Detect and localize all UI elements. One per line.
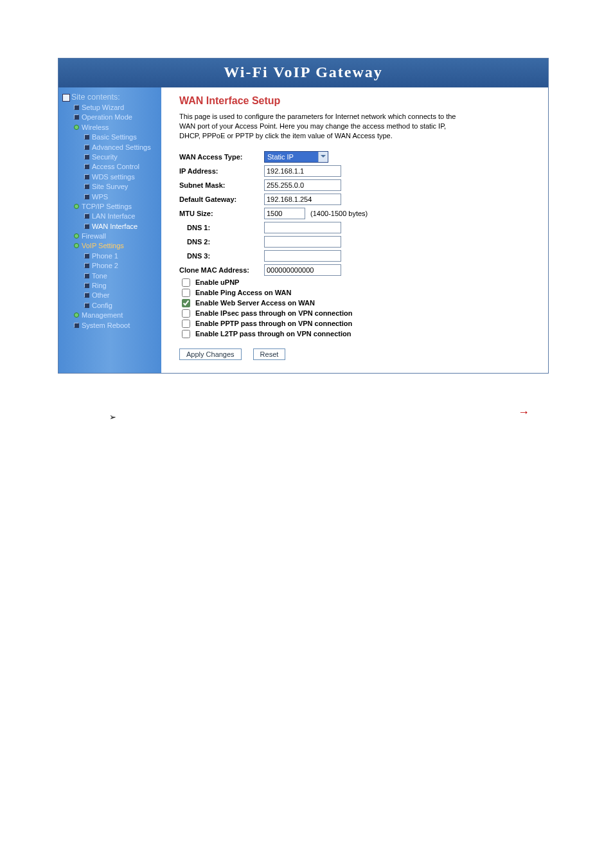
sidebar-item[interactable]: WPS [92,193,108,201]
checkbox-label: Enable IPsec pass through on VPN connect… [195,309,353,317]
dns3-label: DNS 3: [179,252,264,260]
checkbox-label: Enable Web Server Access on WAN [195,299,315,307]
page-icon [84,154,89,159]
sidebar-item[interactable]: LAN Interface [92,212,135,220]
app-frame: Wi-Fi VoIP Gateway Site contents: Setup … [58,58,549,374]
page-icon [84,263,89,268]
dns3-input[interactable] [264,250,341,262]
ip-label: IP Address: [179,167,264,175]
folder-icon [74,312,79,318]
page-icon [84,283,89,288]
page-icon [84,134,89,140]
access-type-select[interactable]: Static IP [264,151,328,163]
page-icon [84,273,89,278]
sidebar: Site contents: Setup WizardOperation Mod… [58,87,161,373]
bullet-arrow-icon: ➢ [109,412,116,422]
sidebar-item[interactable]: Firewall [82,232,106,240]
app-header: Wi-Fi VoIP Gateway [58,59,548,87]
sidebar-item[interactable]: VoIP Settings [82,242,124,249]
reset-button[interactable]: Reset [253,348,286,360]
page-icon [84,293,89,298]
page-icon [84,303,89,308]
checkbox-label: Enable uPNP [195,278,239,286]
page-icon [84,145,89,150]
mtu-label: MTU Size: [179,210,264,217]
page-icon [84,174,89,179]
sidebar-item[interactable]: Wireless [82,123,109,131]
page-icon [84,253,89,258]
sidebar-item[interactable]: System Reboot [82,321,130,329]
sidebar-item[interactable]: Security [92,153,118,161]
sidebar-item[interactable]: TCP/IP Settings [82,203,132,210]
content: WAN Interface Setup This page is used to… [161,87,548,373]
dns2-label: DNS 2: [179,238,264,246]
checkbox-label: Enable PPTP pass through on VPN connecti… [195,320,352,327]
checkbox-label: Enable L2TP pass through on VPN connecti… [195,330,351,338]
page-icon [84,213,89,219]
page-icon [84,194,89,199]
sidebar-item[interactable]: Setup Wizard [82,104,124,111]
folder-icon [74,125,79,130]
page-icon [84,224,89,229]
dns2-input[interactable] [264,236,341,248]
folder-icon [74,243,79,248]
sidebar-item[interactable]: Phone 2 [92,262,118,269]
page-icon [74,323,79,328]
checkbox[interactable] [182,320,190,328]
mask-label: Subnet Mask: [179,181,264,189]
sidebar-item[interactable]: Management [82,311,123,319]
checkbox[interactable] [182,299,190,307]
sidebar-item[interactable]: Tone [92,272,107,280]
access-type-label: WAN Access Type: [179,153,264,161]
gw-label: Default Gateway: [179,195,264,203]
sidebar-item[interactable]: Operation Mode [82,113,132,121]
sidebar-item[interactable]: WDS settings [92,173,135,181]
sidebar-title: Site contents: [62,93,161,102]
ip-input[interactable] [264,165,341,177]
checkbox[interactable] [182,289,190,297]
checkbox[interactable] [182,278,190,287]
checkbox[interactable] [182,330,190,338]
page-icon [74,105,79,110]
dns1-label: DNS 1: [179,224,264,231]
sidebar-tree: Setup WizardOperation ModeWirelessBasic … [62,103,161,330]
page-icon [84,164,89,169]
folder-icon [74,204,79,209]
sidebar-item[interactable]: Config [92,302,112,309]
checkbox[interactable] [182,309,190,318]
page-icon [74,114,79,120]
sidebar-item[interactable]: Basic Settings [92,133,137,141]
checkbox-label: Enable Ping Access on WAN [195,289,291,296]
sidebar-item[interactable]: Access Control [92,163,139,170]
clonemac-input[interactable] [264,264,341,276]
dns1-input[interactable] [264,222,341,233]
sidebar-item[interactable]: Ring [92,282,107,289]
sidebar-item[interactable]: Site Survey [92,183,128,190]
apply-button[interactable]: Apply Changes [179,348,242,360]
mask-input[interactable] [264,179,341,191]
mtu-input[interactable] [264,208,305,219]
sidebar-item[interactable]: WAN Interface [92,222,138,230]
gw-input[interactable] [264,194,341,205]
sidebar-item[interactable]: Other [92,291,110,299]
sidebar-item[interactable]: Phone 1 [92,252,118,260]
folder-icon [74,233,79,239]
page-heading: WAN Interface Setup [179,95,530,107]
right-arrow-icon: → [518,406,529,419]
clonemac-label: Clone MAC Address: [179,266,264,274]
mtu-hint: (1400-1500 bytes) [310,210,368,217]
sidebar-item[interactable]: Advanced Settings [92,143,151,151]
page-icon [84,184,89,189]
page-intro: This page is used to configure the param… [179,112,462,141]
